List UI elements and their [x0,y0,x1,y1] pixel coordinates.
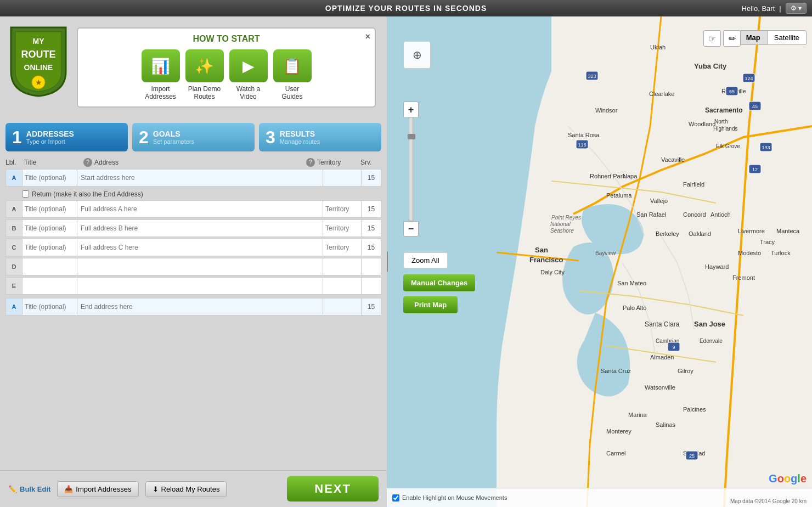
start-title-input[interactable] [22,170,77,186]
map-pan-control[interactable]: ⊕ [403,41,431,69]
row-e-title[interactable] [22,278,77,294]
plan-demo-button[interactable]: ✨ Plan DemoRoutes [185,49,224,101]
map-panel: Yuba City Ukiah Roseville Sacramento Cle… [387,16,812,507]
row-e-srv [362,278,381,294]
svg-text:Petaluma: Petaluma [606,192,632,199]
row-a-address[interactable] [77,201,323,217]
start-address-input[interactable] [77,170,323,186]
title-help-icon[interactable]: ? [83,158,92,167]
left-panel: MY ROUTE ONLINE ★ HOW TO START × 📊 [0,16,387,507]
bulk-edit-label: Bulk Edit [20,485,50,493]
svg-text:Berkeley: Berkeley [656,230,679,237]
row-b-label: B [6,220,22,236]
svg-text:Fairfield: Fairfield [683,181,704,188]
tab-goals[interactable]: 2 GOALS Set parameters [132,123,255,151]
svg-text:Concord: Concord [683,211,706,218]
logo-area: MY ROUTE ONLINE ★ HOW TO START × 📊 [0,16,387,119]
row-d-territory[interactable] [323,258,362,275]
import-addresses-button[interactable]: 📊 ImportAddresses [142,49,180,101]
svg-text:Vallejo: Vallejo [650,198,668,204]
row-c-address[interactable] [77,239,323,256]
next-button[interactable]: NEXT [287,476,379,502]
table-row: E [5,277,381,295]
row-e-label: E [6,278,22,294]
row-b-srv: 15 [362,220,381,236]
svg-text:Livermore: Livermore [738,228,765,234]
row-d-srv [362,258,381,275]
user-guides-button[interactable]: 📋 UserGuides [273,49,312,101]
zoom-out-button[interactable]: − [403,221,419,236]
svg-text:Hayward: Hayward [705,263,729,270]
bulk-edit-icon: ✏️ [8,485,17,493]
svg-text:Yuba City: Yuba City [694,62,727,70]
svg-text:Salinas: Salinas [656,421,676,428]
satellite-button[interactable]: Satellite [768,30,807,45]
row-a-title[interactable] [22,201,77,217]
tab-addresses[interactable]: 1 ADDRESSES Type or Import [5,123,128,151]
svg-text:9: 9 [672,345,675,350]
start-territory-input[interactable] [323,170,362,186]
svg-text:Francisco: Francisco [529,256,563,264]
address-help-icon[interactable]: ? [306,158,315,167]
watch-video-icon: ▶ [229,49,268,82]
end-title-input[interactable] [22,298,77,315]
svg-text:Watsonville: Watsonville [645,384,675,391]
row-b-title[interactable] [22,220,77,236]
map-button[interactable]: Map [739,30,768,45]
row-d-address[interactable] [77,258,323,275]
svg-text:Santa Clara: Santa Clara [645,320,680,328]
step-tabs: 1 ADDRESSES Type or Import 2 GOALS Set p… [0,119,387,156]
draw-tool-button[interactable]: ✏ [723,30,741,47]
end-territory-input[interactable] [323,298,362,315]
bulk-edit-button[interactable]: ✏️ Bulk Edit [8,485,50,493]
svg-text:Gilroy: Gilroy [678,368,693,374]
step2-sub: Set parameters [153,138,194,145]
watch-video-label: Watch aVideo [236,85,261,101]
zoom-in-button[interactable]: + [403,102,419,117]
map-type-controls: Map Satellite [739,30,807,45]
close-panel-button[interactable]: × [365,32,370,42]
svg-text:Paicines: Paicines [683,406,706,413]
row-b-territory[interactable] [323,220,362,236]
return-checkbox[interactable] [22,190,29,198]
user-guides-icon: 📋 [273,49,312,82]
watch-video-button[interactable]: ▶ Watch aVideo [229,49,268,101]
svg-text:Vacaville: Vacaville [661,156,685,163]
row-c-title[interactable] [22,239,77,256]
highlight-checkbox[interactable] [392,494,399,502]
svg-text:45: 45 [752,104,758,109]
tab-results[interactable]: 3 RESULTS Manage routes [259,123,381,151]
end-address-row: A 15 [5,298,381,316]
row-d-title[interactable] [22,258,77,275]
svg-text:ROUTE: ROUTE [21,49,56,60]
row-b-address[interactable] [77,220,323,236]
collapse-panel-button[interactable]: ◀ [387,251,388,273]
import-addresses-button[interactable]: 📥 Import Addresses [57,481,138,497]
reload-routes-button[interactable]: ⬇ Reload My Routes [145,481,227,497]
svg-text:★: ★ [35,78,42,87]
row-c-territory[interactable] [323,239,362,256]
row-d-label: D [6,258,22,275]
step3-num: 3 [266,128,275,146]
pan-tool-button[interactable]: ☞ [703,30,721,47]
import-icon: 📊 [142,49,180,82]
svg-text:Antioch: Antioch [710,211,731,218]
row-a-label: A [6,201,22,217]
end-address-input[interactable] [77,298,323,315]
zoom-slider[interactable] [409,117,413,221]
row-e-territory[interactable] [323,278,362,294]
print-map-button[interactable]: Print Map [403,296,458,313]
settings-button[interactable]: ⚙ ▾ [786,3,807,14]
return-label: Return (make it also the End Address) [32,190,143,198]
map-copyright: Map data ©2014 Google 20 km [730,498,807,504]
row-a-territory[interactable] [323,201,362,217]
reload-btn-label: Reload My Routes [161,485,220,493]
start-srv: 15 [362,170,381,186]
row-e-address[interactable] [77,278,323,294]
step3-sub: Manage routes [280,138,320,145]
zoom-all-button[interactable]: Zoom All [403,252,448,268]
manual-changes-button[interactable]: Manual Changes [403,274,475,291]
svg-text:North: North [714,119,728,125]
map-background: Yuba City Ukiah Roseville Sacramento Cle… [387,16,812,507]
zoom-thumb[interactable] [408,134,415,139]
